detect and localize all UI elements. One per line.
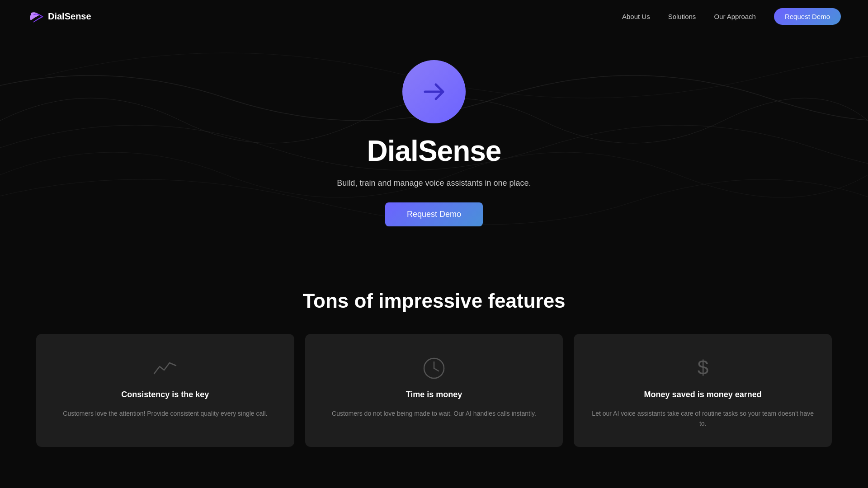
features-section: Tons of impressive features Consistency … bbox=[0, 263, 868, 465]
dollar-icon: $ bbox=[690, 356, 716, 381]
hero-section: DialSense Build, train and manage voice … bbox=[0, 33, 868, 263]
hero-content: DialSense Build, train and manage voice … bbox=[337, 60, 531, 226]
nav-logo[interactable]: DialSense bbox=[27, 9, 91, 25]
hero-subtitle: Build, train and manage voice assistants… bbox=[337, 178, 531, 188]
features-grid: Consistency is the key Customers love th… bbox=[36, 334, 832, 447]
nav-link-about[interactable]: About Us bbox=[622, 13, 650, 20]
nav-logo-text: DialSense bbox=[48, 11, 91, 22]
feature-card-2-text: Customers do not love being made to wait… bbox=[332, 408, 536, 418]
arrow-right-icon bbox=[420, 77, 448, 106]
nav-link-approach[interactable]: Our Approach bbox=[714, 13, 756, 20]
feature-card-3-text: Let our AI voice assistants take care of… bbox=[590, 408, 816, 429]
feature-card-3-title: Money saved is money earned bbox=[644, 390, 762, 399]
feature-card-1-title: Consistency is the key bbox=[121, 390, 209, 399]
svg-text:$: $ bbox=[697, 357, 708, 379]
hero-logo-circle bbox=[402, 60, 466, 123]
features-title: Tons of impressive features bbox=[36, 290, 832, 312]
chart-icon bbox=[152, 356, 178, 381]
hero-title: DialSense bbox=[367, 134, 501, 168]
feature-card-money: $ Money saved is money earned Let our AI… bbox=[574, 334, 832, 447]
navbar: DialSense About Us Solutions Our Approac… bbox=[0, 0, 868, 33]
clock-icon bbox=[421, 356, 447, 381]
nav-link-solutions[interactable]: Solutions bbox=[668, 13, 696, 20]
logo-icon bbox=[27, 9, 43, 25]
svg-line-2 bbox=[434, 368, 439, 371]
hero-request-demo-button[interactable]: Request Demo bbox=[385, 202, 483, 226]
feature-card-time: Time is money Customers do not love bein… bbox=[305, 334, 563, 447]
feature-card-1-text: Customers love the attention! Provide co… bbox=[63, 408, 267, 418]
nav-links: About Us Solutions Our Approach Request … bbox=[622, 8, 841, 25]
nav-request-demo-button[interactable]: Request Demo bbox=[774, 8, 841, 25]
feature-card-2-title: Time is money bbox=[406, 390, 462, 399]
feature-card-consistency: Consistency is the key Customers love th… bbox=[36, 334, 294, 447]
